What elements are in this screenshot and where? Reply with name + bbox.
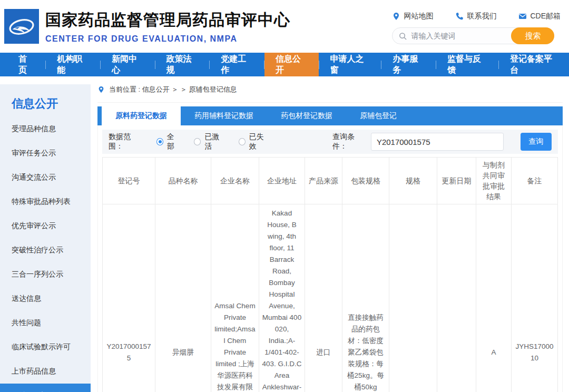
- col-spec: 规格: [389, 158, 437, 204]
- nav-item-applicant[interactable]: 申请人之窗: [319, 53, 381, 76]
- contact-label: 联系我们: [467, 12, 496, 21]
- cell-joint-approval-result: A: [476, 204, 512, 392]
- results-table: 登记号 品种名称 企业名称 企业地址 产品来源 包装规格 规格 更新日期 与制剂…: [102, 157, 558, 392]
- content: 当前位置 : 信息公开 ＞ ＞ 原辅包登记信息 原料药登记数据 药用辅料登记数据…: [91, 76, 569, 392]
- sidebar-item-communication[interactable]: 沟通交流公示: [0, 165, 91, 190]
- breadcrumb: 当前位置 : 信息公开 ＞ ＞ 原辅包登记信息: [97, 76, 563, 103]
- radio-activated[interactable]: 已激活: [194, 132, 224, 151]
- scope-label: 数据范围：: [109, 132, 143, 151]
- breadcrumb-label: 当前位置 : 信息公开 ＞ ＞ 原辅包登记信息: [109, 85, 237, 94]
- table-header-row: 登记号 品种名称 企业名称 企业地址 产品来源 包装规格 规格 更新日期 与制剂…: [103, 158, 558, 204]
- radio-all-icon: [156, 138, 163, 145]
- data-tabs: 原料药登记数据 药用辅料登记数据 药包材登记数据 原辅包登记: [97, 106, 563, 125]
- sidebar-item-review-tasks[interactable]: 审评任务公示: [0, 141, 91, 165]
- col-company-name: 企业名称: [211, 158, 259, 204]
- cell-company-address: Kakad House, B wing, 4th floor, 11 Barra…: [259, 204, 305, 392]
- cell-packaging-spec: 直接接触药品的药包材：低密度聚乙烯袋包装规格：每桶25kg。每桶50kg: [342, 204, 389, 392]
- query-label: 查询条件：: [332, 132, 367, 151]
- table-row: Y20170001575 异烟肼 Amsal Chem Private limi…: [103, 204, 558, 392]
- nav-item-supervision[interactable]: 监督与反馈: [436, 53, 498, 76]
- tab-packaging-registration[interactable]: 药包材登记数据: [267, 106, 346, 125]
- radio-expired-icon: [239, 138, 246, 145]
- cell-company-name: Amsal Chem Private limited;Amsal Chem Pr…: [211, 204, 259, 392]
- col-company-address: 企业地址: [259, 158, 305, 204]
- sitemap-link[interactable]: 网站地图: [392, 12, 433, 21]
- col-remarks: 备注: [512, 158, 558, 204]
- tab-excipient-registration[interactable]: 药用辅料登记数据: [181, 106, 267, 125]
- cell-product-source: 进口: [305, 204, 342, 392]
- sidebar-item-clinical-trial-license[interactable]: 临床试验默示许可: [0, 335, 91, 359]
- main-area: 信息公开 受理品种信息 审评任务公示 沟通交流公示 特殊审批品种列表 优先审评公…: [0, 76, 569, 392]
- col-registration-no: 登记号: [103, 158, 155, 204]
- nav-item-services[interactable]: 办事服务: [381, 53, 436, 76]
- sidebar: 信息公开 受理品种信息 审评任务公示 沟通交流公示 特殊审批品种列表 优先审评公…: [0, 84, 91, 392]
- col-variety-name: 品种名称: [155, 158, 211, 204]
- nav-item-registration-platform[interactable]: 登记备案平台: [499, 53, 569, 76]
- sitemap-label: 网站地图: [404, 12, 433, 21]
- col-update-date: 更新日期: [437, 158, 476, 204]
- site-header: 国家药品监督管理局药品审评中心 CENTER FOR DRUG EVALUATI…: [0, 0, 569, 53]
- data-card: 数据范围： 全部 已激活 已失效 查询条件： 查询: [97, 125, 563, 392]
- search-icon: [399, 32, 407, 40]
- col-product-source: 产品来源: [305, 158, 342, 204]
- phone-icon: [455, 12, 464, 21]
- sidebar-item-accepted-varieties[interactable]: 受理品种信息: [0, 117, 91, 141]
- cell-registration-no: Y20170001575: [103, 204, 155, 392]
- mail-label: CDE邮箱: [530, 12, 561, 21]
- col-packaging-spec: 包装规格: [342, 158, 389, 204]
- cde-logo: [4, 9, 39, 44]
- cell-remarks: JYHS1700010: [512, 204, 558, 392]
- radio-all-label: 全部: [167, 132, 180, 151]
- sidebar-item-raw-excipient-packaging[interactable]: 原辅包登记信息: [0, 384, 91, 392]
- radio-expired-label: 已失效: [249, 132, 269, 151]
- sidebar-item-three-in-one[interactable]: 三合一序列公示: [0, 262, 91, 287]
- cell-update-date: [437, 204, 476, 392]
- sidebar-item-breakthrough-therapy[interactable]: 突破性治疗公示: [0, 238, 91, 262]
- location-pin-icon: [392, 12, 400, 21]
- sidebar-item-marketed-drugs[interactable]: 上市药品信息: [0, 359, 91, 384]
- brand-block: 国家药品监督管理局药品审评中心 CENTER FOR DRUG EVALUATI…: [45, 9, 290, 44]
- tab-raw-excipient-pack[interactable]: 原辅包登记: [346, 106, 410, 125]
- site-title: 国家药品监督管理局药品审评中心: [45, 9, 290, 31]
- contact-link[interactable]: 联系我们: [455, 12, 496, 21]
- radio-expired[interactable]: 已失效: [239, 132, 269, 151]
- location-pin-icon: [97, 86, 105, 93]
- quick-links: 网站地图 联系我们 CDE邮箱: [392, 12, 561, 21]
- radio-all[interactable]: 全部: [156, 132, 180, 151]
- mail-link[interactable]: CDE邮箱: [518, 12, 561, 21]
- nav-item-functions[interactable]: 机构职能: [46, 53, 100, 76]
- query-input[interactable]: [371, 133, 504, 151]
- main-nav: 首页 机构职能 新闻中心 政策法规 党建工作 信息公开 申请人之窗 办事服务 监…: [0, 53, 569, 76]
- mail-icon: [518, 12, 527, 21]
- nav-item-policy[interactable]: 政策法规: [155, 53, 210, 76]
- sidebar-item-priority-review[interactable]: 优先审评公示: [0, 214, 91, 238]
- sidebar-item-special-approval[interactable]: 特殊审批品种列表: [0, 190, 91, 214]
- cell-spec: [389, 204, 437, 392]
- nav-item-party[interactable]: 党建工作: [210, 53, 264, 76]
- query-button[interactable]: 查询: [521, 133, 552, 151]
- radio-activated-icon: [194, 138, 201, 145]
- col-joint-approval-result: 与制剂共同审批审批结果: [476, 158, 512, 204]
- sidebar-item-common-issues[interactable]: 共性问题: [0, 311, 91, 335]
- nav-item-news[interactable]: 新闻中心: [101, 53, 155, 76]
- site-search: 搜索: [392, 27, 554, 44]
- tab-api-registration[interactable]: 原料药登记数据: [102, 106, 181, 125]
- search-button[interactable]: 搜索: [511, 27, 554, 44]
- site-subtitle: CENTER FOR DRUG EVALUATION, NMPA: [45, 34, 290, 44]
- header-right: 网站地图 联系我们 CDE邮箱 搜索: [392, 8, 561, 44]
- sidebar-item-delivery-info[interactable]: 送达信息: [0, 287, 91, 311]
- radio-activated-label: 已激活: [204, 132, 224, 151]
- sidebar-title: 信息公开: [0, 84, 91, 117]
- nav-item-home[interactable]: 首页: [7, 53, 45, 76]
- cell-variety-name: 异烟肼: [155, 204, 211, 392]
- nav-item-info-disclosure[interactable]: 信息公开: [264, 53, 319, 76]
- search-input[interactable]: [411, 32, 506, 40]
- filter-bar: 数据范围： 全部 已激活 已失效 查询条件： 查询: [102, 130, 558, 154]
